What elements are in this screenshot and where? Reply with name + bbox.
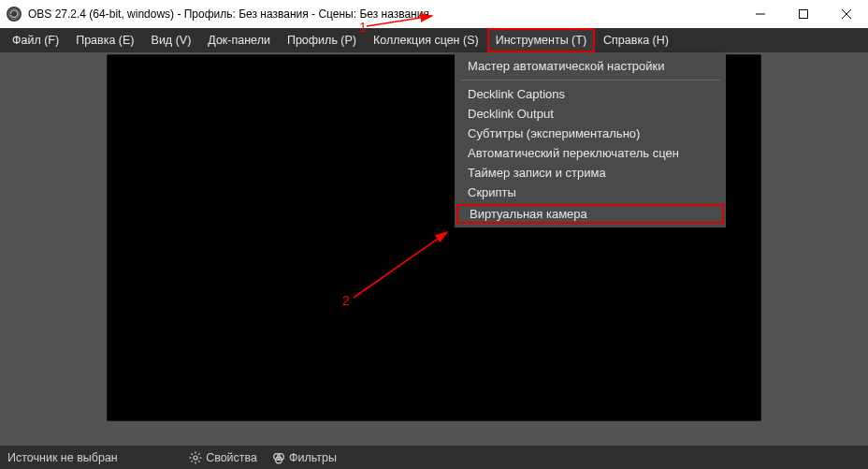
status-source-none: Источник не выбран — [0, 451, 118, 464]
tools-item-decklink-output[interactable]: Decklink Output — [455, 104, 726, 124]
close-button[interactable] — [825, 0, 868, 28]
statusbar: Источник не выбран Свойства Фильтры — [0, 446, 868, 469]
filters-button[interactable]: Фильтры — [265, 446, 344, 469]
tools-item-decklink-captions[interactable]: Decklink Captions — [455, 84, 726, 104]
minimize-button[interactable] — [739, 0, 782, 28]
svg-line-10 — [192, 453, 193, 454]
filters-icon — [272, 451, 285, 464]
tools-item-timer[interactable]: Таймер записи и стрима — [455, 163, 726, 183]
svg-line-13 — [192, 461, 193, 462]
obs-app-icon — [7, 7, 22, 22]
window-title: OBS 27.2.4 (64-bit, windows) - Профиль: … — [28, 7, 429, 21]
properties-label: Свойства — [206, 451, 257, 464]
gear-icon — [189, 451, 202, 464]
tools-item-scripts[interactable]: Скрипты — [455, 183, 726, 202]
filters-label: Фильтры — [289, 451, 337, 464]
menu-file[interactable]: Файл (F) — [4, 28, 67, 52]
svg-line-11 — [198, 461, 199, 462]
dropdown-separator — [460, 80, 720, 81]
window-controls — [739, 0, 868, 28]
menu-view[interactable]: Вид (V) — [143, 28, 200, 52]
tools-item-autoconfig[interactable]: Мастер автоматической настройки — [455, 56, 726, 76]
menu-scenes[interactable]: Коллекция сцен (S) — [365, 28, 487, 52]
svg-line-12 — [198, 453, 199, 454]
tools-item-auto-scene-switch[interactable]: Автоматический переключатель сцен — [455, 143, 726, 163]
menu-edit[interactable]: Правка (E) — [67, 28, 142, 52]
menu-dock[interactable]: Док-панели — [199, 28, 279, 52]
menubar: Файл (F) Правка (E) Вид (V) Док-панели П… — [0, 28, 868, 52]
svg-point-5 — [194, 456, 197, 460]
tools-item-virtual-camera[interactable]: Виртуальная камера — [456, 204, 724, 224]
properties-button[interactable]: Свойства — [181, 446, 265, 469]
menu-profile[interactable]: Профиль (P) — [279, 28, 365, 52]
menu-tools[interactable]: Инструменты (T) — [487, 28, 595, 52]
tools-item-subtitles[interactable]: Субтитры (экспериментально) — [455, 124, 726, 143]
window-titlebar: OBS 27.2.4 (64-bit, windows) - Профиль: … — [0, 0, 868, 28]
preview-area — [0, 52, 868, 446]
svg-rect-2 — [800, 10, 808, 19]
menu-help[interactable]: Справка (H) — [595, 28, 677, 52]
maximize-button[interactable] — [782, 0, 825, 28]
tools-dropdown: Мастер автоматической настройки Decklink… — [455, 52, 726, 227]
